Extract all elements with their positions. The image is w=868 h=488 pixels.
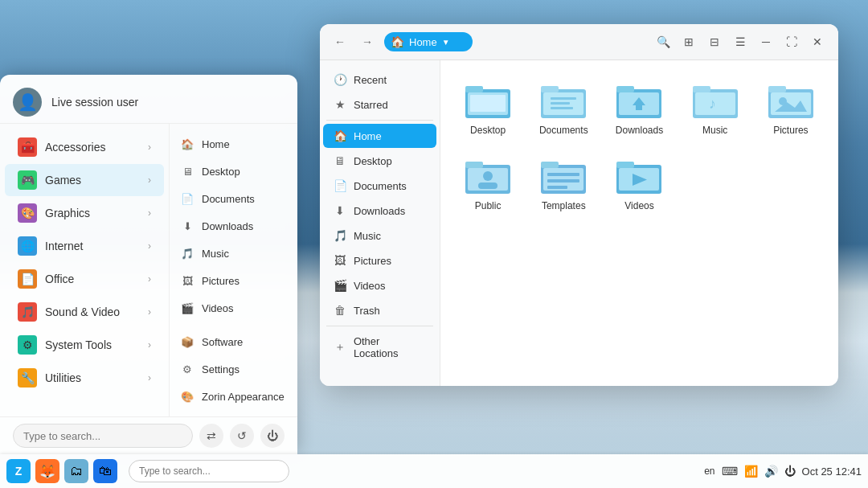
avatar: 👤 <box>13 88 42 117</box>
sidebar-item-home[interactable]: 🏠 Home <box>323 124 436 148</box>
close-button[interactable]: ✕ <box>806 31 829 53</box>
toolbar-right: 🔍 ⊞ ⊟ ☰ ─ ⛶ ✕ <box>652 31 829 53</box>
folder-pictures[interactable]: Pictures <box>756 73 825 142</box>
search-button[interactable]: 🔍 <box>652 31 674 53</box>
utilities-arrow: › <box>148 372 151 383</box>
sub-software-icon: 📦 <box>179 334 195 350</box>
sidebar-item-recent[interactable]: 🕐 Recent <box>323 68 436 92</box>
desktop-sidebar-icon: 🖥 <box>333 154 347 167</box>
music-sidebar-icon: 🎵 <box>333 229 347 242</box>
refresh-button[interactable]: ↺ <box>230 424 254 448</box>
sub-item-downloads[interactable]: ⬇ Downloads <box>170 212 297 240</box>
sub-item-desktop[interactable]: 🖥 Desktop <box>170 158 297 185</box>
svg-rect-5 <box>541 86 559 92</box>
sound-label: Sound & Video <box>45 306 120 318</box>
zorin-button[interactable]: Z <box>6 459 31 483</box>
category-sound[interactable]: 🎵 Sound & Video › <box>5 296 164 328</box>
pictures-folder-icon <box>767 80 815 120</box>
folder-public[interactable]: Public <box>453 149 522 218</box>
sub-music-label: Music <box>202 248 229 260</box>
category-graphics[interactable]: 🎨 Graphics › <box>5 197 164 229</box>
sub-item-videos[interactable]: 🎬 Videos <box>170 294 297 322</box>
clock: Oct 25 12:41 <box>802 465 862 478</box>
svg-rect-11 <box>616 86 634 92</box>
minimize-button[interactable]: ─ <box>755 31 777 53</box>
maximize-button[interactable]: ⛶ <box>780 31 803 53</box>
category-utilities[interactable]: 🔧 Utilities › <box>5 362 164 394</box>
music-folder-icon: ♪ <box>691 80 739 120</box>
back-button[interactable]: ← <box>330 31 350 52</box>
sidebar-label-starred: Starred <box>354 99 388 111</box>
sidebar-item-downloads[interactable]: ⬇ Downloads <box>323 199 436 223</box>
forward-button[interactable]: → <box>357 31 378 52</box>
office-label: Office <box>45 273 74 285</box>
sub-software-label: Software <box>202 336 243 348</box>
taskbar-left: Z 🦊 🗂 🛍 <box>6 459 704 483</box>
app-menu-content: 🧰 Accessories › 🎮 Games › 🎨 Graphics › 🌐… <box>0 124 297 416</box>
folder-documents[interactable]: Documents <box>529 73 598 142</box>
view-options-button[interactable]: ⊟ <box>703 31 726 53</box>
chevron-down-icon: ▼ <box>442 38 450 47</box>
utilities-label: Utilities <box>45 371 81 384</box>
firefox-button[interactable]: 🦊 <box>35 459 59 483</box>
sidebar-item-starred[interactable]: ★ Starred <box>323 92 436 117</box>
sidebar-label-videos: Videos <box>354 280 386 292</box>
videos-sidebar-icon: 🎬 <box>333 279 347 292</box>
file-manager-sidebar: 🕐 Recent ★ Starred 🏠 Home 🖥 Desktop 📄 Do… <box>320 60 440 386</box>
folder-downloads[interactable]: Downloads <box>604 73 674 142</box>
sound-icon: 🎵 <box>18 302 37 322</box>
recent-icon: 🕐 <box>333 73 347 86</box>
sidebar-item-other[interactable]: ＋ Other Locations <box>323 330 436 365</box>
category-office[interactable]: 📄 Office › <box>5 263 164 295</box>
folder-templates[interactable]: Templates <box>529 149 598 218</box>
app-menu: 👤 Live session user 🧰 Accessories › 🎮 Ga… <box>0 75 297 454</box>
grid-view-button[interactable]: ⊞ <box>678 31 700 53</box>
sidebar-item-music[interactable]: 🎵 Music <box>323 223 436 248</box>
documents-sidebar-icon: 📄 <box>333 179 347 192</box>
sub-downloads-label: Downloads <box>202 220 253 232</box>
templates-label: Templates <box>542 200 586 211</box>
switch-user-button[interactable]: ⇄ <box>199 424 223 448</box>
sub-settings-icon: ⚙ <box>179 361 195 377</box>
sub-videos-label: Videos <box>202 302 234 314</box>
taskbar-search-input[interactable] <box>129 460 289 482</box>
folder-music[interactable]: ♪ Music <box>681 73 750 142</box>
sub-item-settings[interactable]: ⚙ Settings <box>170 355 297 383</box>
store-button[interactable]: 🛍 <box>93 459 117 483</box>
menu-button[interactable]: ☰ <box>729 31 751 53</box>
search-input[interactable] <box>13 424 193 448</box>
sub-zorin-icon: 🎨 <box>179 388 195 404</box>
sidebar-item-trash[interactable]: 🗑 Trash <box>323 298 436 322</box>
network-icon[interactable]: 📶 <box>744 465 758 478</box>
sub-item-home[interactable]: 🏠 Home <box>170 130 297 158</box>
keyboard-icon[interactable]: ⌨ <box>722 465 738 478</box>
files-button[interactable]: 🗂 <box>64 459 88 483</box>
volume-icon[interactable]: 🔊 <box>764 465 778 478</box>
sidebar-item-pictures[interactable]: 🖼 Pictures <box>323 248 436 273</box>
sub-item-software[interactable]: 📦 Software <box>170 328 297 355</box>
power-button[interactable]: ⏻ <box>260 424 285 448</box>
sub-desktop-icon: 🖥 <box>179 163 195 179</box>
sidebar-label-music: Music <box>354 230 381 242</box>
sidebar-divider <box>326 120 433 121</box>
sidebar-item-documents[interactable]: 📄 Documents <box>323 174 436 198</box>
folder-videos[interactable]: Videos <box>604 149 674 218</box>
system-arrow: › <box>148 339 151 351</box>
category-games[interactable]: 🎮 Games › <box>5 164 164 196</box>
sub-item-pictures[interactable]: 🖼 Pictures <box>170 267 297 294</box>
pictures-label: Pictures <box>773 125 808 136</box>
sub-item-zorin[interactable]: 🎨 Zorin Appearance <box>170 383 297 410</box>
folder-desktop[interactable]: Desktop <box>453 73 522 142</box>
sub-item-documents[interactable]: 📄 Documents <box>170 185 297 212</box>
sub-item-music[interactable]: 🎵 Music <box>170 240 297 267</box>
svg-rect-24 <box>465 162 483 168</box>
category-accessories[interactable]: 🧰 Accessories › <box>5 131 164 163</box>
sub-settings-label: Settings <box>202 363 240 375</box>
sidebar-item-videos[interactable]: 🎬 Videos <box>323 273 436 297</box>
power-status-icon[interactable]: ⏻ <box>784 465 796 478</box>
sidebar-item-desktop[interactable]: 🖥 Desktop <box>323 149 436 173</box>
category-internet[interactable]: 🌐 Internet › <box>5 230 164 262</box>
address-bar[interactable]: 🏠 Home ▼ <box>384 32 473 51</box>
category-system[interactable]: ⚙ System Tools › <box>5 329 164 361</box>
accessories-label: Accessories <box>45 141 105 154</box>
